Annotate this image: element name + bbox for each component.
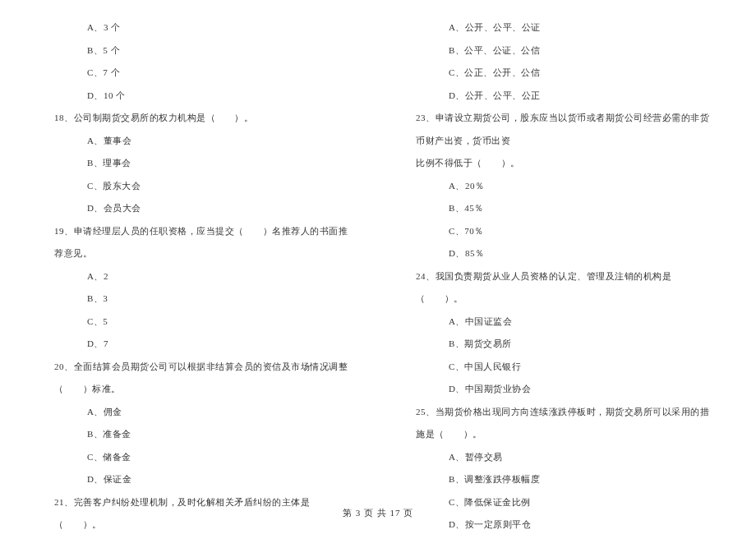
option-text: A、佣金 <box>41 401 353 424</box>
question-text: 23、申请设立期货公司，股东应当以货币或者期货公司经营必需的非货币财产出资，货币… <box>403 107 715 152</box>
page-footer: 第 3 页 共 17 页 <box>0 507 756 519</box>
option-text: A、暂停交易 <box>403 446 715 469</box>
option-text: B、公平、公证、公信 <box>403 39 715 62</box>
option-text: B、调整涨跌停板幅度 <box>403 468 715 491</box>
option-text: A、3 个 <box>41 16 353 39</box>
option-text: A、公开、公平、公证 <box>403 16 715 39</box>
question-continuation: 比例不得低于（ ）。 <box>403 152 715 175</box>
option-text: C、股东大会 <box>41 175 353 198</box>
option-text: A、2 <box>41 265 353 288</box>
question-text: 20、全面结算会员期货公司可以根据非结算会员的资信及市场情况调整（ ）标准。 <box>41 356 353 401</box>
option-text: C、5 <box>41 311 353 334</box>
option-text: A、20％ <box>403 175 715 198</box>
question-text: 19、申请经理层人员的任职资格，应当提交（ ）名推荐人的书面推荐意见。 <box>41 220 353 265</box>
option-text: D、中国期货业协会 <box>403 378 715 401</box>
option-text: B、准备金 <box>41 423 353 446</box>
option-text: D、会员大会 <box>41 197 353 220</box>
option-text: A、董事会 <box>41 130 353 153</box>
option-text: C、公正、公开、公信 <box>403 62 715 85</box>
option-text: B、3 <box>41 288 353 311</box>
option-text: B、理事会 <box>41 152 353 175</box>
option-text: D、7 <box>41 333 353 356</box>
question-text: 18、公司制期货交易所的权力机构是（ ）。 <box>41 107 353 130</box>
option-text: C、储备金 <box>41 446 353 469</box>
left-column: A、3 个 B、5 个 C、7 个 D、10 个 18、公司制期货交易所的权力机… <box>41 16 353 534</box>
option-text: D、公开、公平、公正 <box>403 85 715 108</box>
option-text: B、期货交易所 <box>403 333 715 356</box>
question-text: 25、当期货价格出现同方向连续涨跌停板时，期货交易所可以采用的措施是（ ）。 <box>403 401 715 446</box>
right-column: A、公开、公平、公证 B、公平、公证、公信 C、公正、公开、公信 D、公开、公平… <box>403 16 715 534</box>
option-text: D、85％ <box>403 242 715 265</box>
option-text: D、10 个 <box>41 85 353 108</box>
question-text: 24、我国负责期货从业人员资格的认定、管理及注销的机构是（ ）。 <box>403 265 715 311</box>
option-text: C、70％ <box>403 220 715 243</box>
option-text: C、7 个 <box>41 62 353 85</box>
option-text: A、中国证监会 <box>403 311 715 334</box>
option-text: C、中国人民银行 <box>403 356 715 379</box>
option-text: B、5 个 <box>41 39 353 62</box>
page-container: A、3 个 B、5 个 C、7 个 D、10 个 18、公司制期货交易所的权力机… <box>0 0 756 534</box>
option-text: D、保证金 <box>41 468 353 491</box>
option-text: B、45％ <box>403 197 715 220</box>
